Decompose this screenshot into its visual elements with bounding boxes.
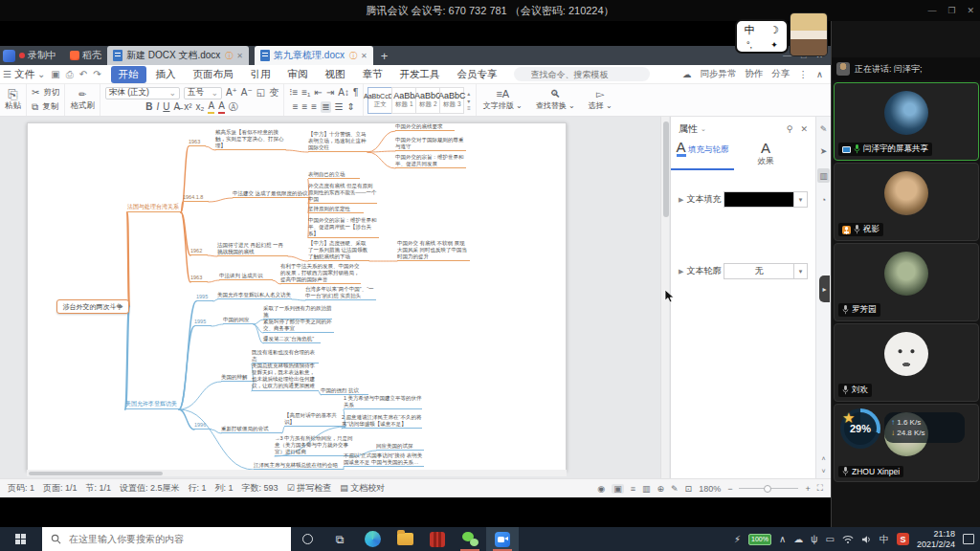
cut-label[interactable]: 剪切 xyxy=(43,87,59,99)
styles-down-icon[interactable]: ▾ xyxy=(467,98,471,104)
menu-item[interactable]: 审阅 xyxy=(280,66,316,83)
save-icon[interactable]: ▣ xyxy=(51,69,59,79)
mindmap-node-y62[interactable]: 1962 xyxy=(190,248,208,255)
mindmap-node-zz[interactable]: 中国外交的宗旨：维护世界和平、促进共同发展 xyxy=(395,154,466,168)
mindmap-node-dx[interactable]: 中国外交的底线要求 xyxy=(395,123,455,131)
justify-icon[interactable]: ≣ xyxy=(321,101,330,113)
participant-tile[interactable]: 祝影 xyxy=(834,163,979,241)
mindmap-node-ydx[interactable]: 中国外交 有底线 不软弱 展现大国风采 同时也反映了中国当时国力的提升 xyxy=(397,240,470,261)
underline-icon[interactable]: U xyxy=(163,101,169,113)
hamburger-icon[interactable]: ☰ xyxy=(3,69,11,79)
increase-font-icon[interactable]: A⁺ xyxy=(226,87,237,99)
style-card[interactable]: AaBbCcDd 正文 xyxy=(368,87,392,114)
ime-mode-label[interactable]: 中 xyxy=(745,23,755,37)
eye-protect-icon[interactable]: ◉ xyxy=(597,484,605,494)
highlight-icon[interactable]: A xyxy=(208,100,214,114)
menu-item[interactable]: 会员专享 xyxy=(450,66,505,83)
mindmap-node-gs[interactable]: 【高层对话中的基本共识】 xyxy=(284,412,345,427)
tab-fill-outline[interactable]: A 填充与轮廓 xyxy=(671,140,734,170)
mindmap-node-hy[interactable]: 中国的回应 xyxy=(223,317,254,324)
battery-indicator[interactable]: 100% xyxy=(748,534,771,545)
mindmap-node-hy2[interactable]: 回应美国的试探 xyxy=(376,443,424,451)
fit-page-icon[interactable]: ⊡ xyxy=(685,484,693,494)
horizontal-scrollbar[interactable] xyxy=(27,470,567,476)
menu-file[interactable]: 文件 xyxy=(14,68,34,81)
command-search-input[interactable] xyxy=(514,67,650,81)
speaker-icon[interactable] xyxy=(861,535,872,544)
maximize-icon[interactable]: ❐ xyxy=(947,6,955,15)
menu-item[interactable]: 开始 xyxy=(111,66,146,83)
mindmap-node-td[interactable]: 外交态度有底线 但是有原则 原则性的东西不能丢——一个中国 xyxy=(308,183,377,204)
butterfly-skin-icon[interactable]: ✦ xyxy=(770,40,778,50)
menu-item[interactable]: 章节 xyxy=(355,66,390,83)
scroll-up-icon[interactable]: ˄ xyxy=(821,455,825,462)
start-button[interactable] xyxy=(0,527,42,551)
participant-tile[interactable]: 罗芳园 xyxy=(834,243,979,321)
pointer-tool-icon[interactable]: ➤ xyxy=(820,146,828,156)
menu-item[interactable]: 视图 xyxy=(318,66,353,83)
paste-icon[interactable]: ⎘ xyxy=(8,89,17,100)
sort-icon[interactable]: A↕ xyxy=(338,87,349,99)
pinyin-icon[interactable]: 变 xyxy=(269,87,278,99)
mindmap-node-hw[interactable]: 江泽民主席与克林顿总统在纽约会晤 xyxy=(254,462,344,470)
file-explorer-button[interactable] xyxy=(389,527,421,551)
mindmap-node-jc[interactable]: 坚持原则的坚定性 xyxy=(308,206,364,213)
tab-home[interactable]: 稻壳 xyxy=(82,49,101,62)
zoom-slider[interactable] xyxy=(739,488,798,489)
mindmap-node-dg[interactable]: 戴高乐派【看似不经意的接触，实则是下定决心、打探心理】 xyxy=(215,129,286,150)
mindmap-node-yly[interactable]: 有利于中法关系的发展、中国外交的发展，打破西方国家封锁格局，提高中国的国际声誉 xyxy=(280,263,361,284)
taskbar-clock[interactable]: 21:18 2021/2/24 xyxy=(917,529,955,550)
format-painter-icon[interactable]: ✏ xyxy=(78,89,86,100)
ime-punct-icon[interactable]: °, xyxy=(746,40,752,50)
mindmap-node-y96[interactable]: 1996 xyxy=(194,422,212,430)
moon-icon[interactable]: ☽ xyxy=(769,24,779,36)
copy-icon[interactable]: ⧉ xyxy=(32,101,38,113)
mindmap-node-sr[interactable]: 美国允许李登辉以私人名义访美 xyxy=(217,292,292,299)
strikethrough-icon[interactable]: A̶ xyxy=(174,101,181,113)
spellcheck-toggle[interactable]: ☑ 拼写检查 xyxy=(287,482,332,495)
onedrive-cloud-icon[interactable]: ☁ xyxy=(793,534,803,544)
decrease-font-icon[interactable]: A⁻ xyxy=(241,87,253,99)
swatch-dropdown-icon[interactable]: ▾ xyxy=(793,192,807,207)
expand-arrow-icon[interactable]: ▶ xyxy=(679,196,683,204)
taskbar-search-input[interactable] xyxy=(42,527,291,551)
menu-item[interactable]: 开发工具 xyxy=(392,66,448,83)
mindmap-node-fr[interactable]: 法国与处理台湾关系 xyxy=(127,204,181,212)
doc-tab[interactable]: 第九章梳理.docx ⓘ ✕ xyxy=(255,46,373,65)
subscript-icon[interactable]: x₂ xyxy=(196,101,205,113)
mindmap-node-y95b[interactable]: 1995 xyxy=(194,319,212,326)
mindmap-node-zs[interactable]: 中国外交对于国际规则的尊重与遵守 xyxy=(395,137,466,151)
mindmap-node-jj[interactable]: 中法建交 达成了最低限度的协议 xyxy=(233,190,309,198)
doc-tab-close-icon[interactable]: ✕ xyxy=(236,52,243,60)
mindmap-node-my[interactable]: 既没有道歉也没有合理的表态 xyxy=(252,349,319,364)
print-icon[interactable]: ⎙ xyxy=(66,69,74,80)
new-tab-icon[interactable]: + xyxy=(381,49,389,63)
print-layout-icon[interactable]: ▣ xyxy=(612,484,624,494)
styles-up-icon[interactable]: ▴ xyxy=(467,90,471,97)
outline-view-icon[interactable]: ▥ xyxy=(642,484,651,494)
wifi-icon[interactable] xyxy=(842,535,854,544)
close-icon[interactable]: ✕ xyxy=(967,6,974,15)
zoom-in-icon[interactable]: + xyxy=(805,484,810,494)
media-app-button[interactable] xyxy=(421,527,454,551)
cut-icon[interactable]: ✂ xyxy=(32,87,39,99)
text-layout-tool[interactable]: ≡A 文字排版 ⌄ xyxy=(477,84,529,116)
ime-indicator[interactable]: 中 xyxy=(880,533,889,546)
font-color-icon[interactable]: A xyxy=(218,100,225,114)
fullscreen-icon[interactable]: ⛶ xyxy=(817,483,823,494)
font-size-select[interactable]: 五号⌄ xyxy=(184,87,222,99)
mindmap-node-bf[interactable]: 爆发第二次“台海危机” xyxy=(263,336,321,343)
mindmap-node-cshang[interactable]: →3 中方虽有所松动回应，只是同意（美方国务卿与中方就外交事宜）进行磋商 xyxy=(275,435,353,456)
tray-expand-icon[interactable]: ∧ xyxy=(779,534,786,544)
outdent-icon[interactable]: ⇤ xyxy=(314,87,322,99)
pin-icon[interactable]: ⚲ xyxy=(787,124,793,134)
action-center-icon[interactable] xyxy=(963,534,974,544)
format-painter-label[interactable]: 格式刷 xyxy=(70,100,95,112)
doc-tab-close-icon[interactable]: ✕ xyxy=(361,52,368,60)
expand-arrow-icon[interactable]: ▶ xyxy=(679,268,683,276)
sogou-icon[interactable]: S xyxy=(897,533,909,545)
select-dropdown-icon[interactable]: ▾ xyxy=(793,264,807,278)
undo-icon[interactable]: ↶ xyxy=(79,69,87,79)
indent-icon[interactable]: ⇥ xyxy=(326,87,334,99)
help-tool-icon[interactable]: ◔ xyxy=(821,195,826,205)
